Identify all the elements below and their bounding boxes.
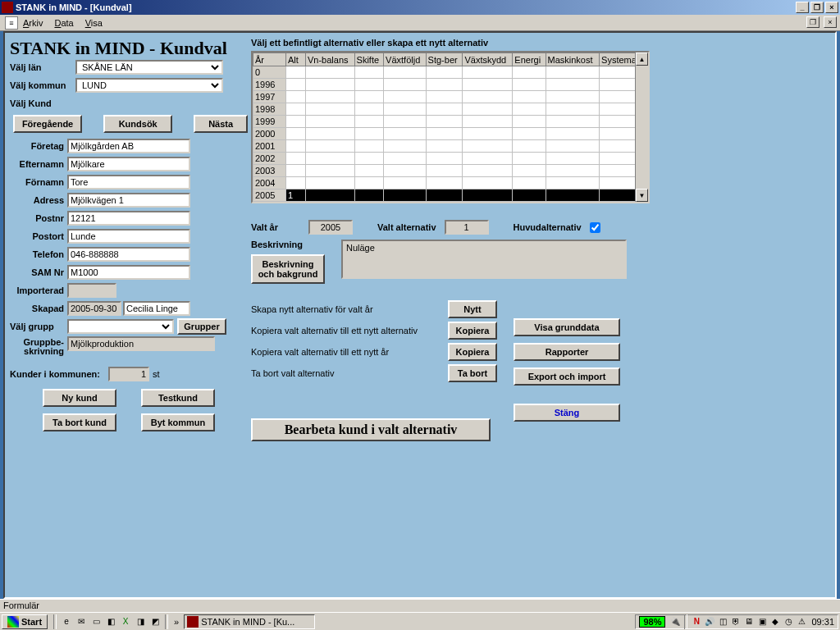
grid-header[interactable]: Skifte [354, 53, 384, 66]
bearbeta-button[interactable]: Bearbeta kund i valt alternativ [251, 418, 491, 441]
skapad-av[interactable] [123, 301, 190, 316]
grid-row[interactable]: 2001 [253, 140, 648, 153]
mdi-restore[interactable]: ❐ [806, 16, 819, 28]
alternativ-grid[interactable]: ÅrAltVn-balansSkifteVäxtföljdStg-berVäxt… [251, 51, 650, 203]
foretag-label: Företag [10, 141, 67, 151]
grid-row[interactable]: 1996 [253, 79, 648, 91]
scroll-up-icon[interactable]: ▲ [636, 52, 648, 66]
importerad-input [67, 283, 116, 298]
kundsok-button[interactable]: Kundsök [103, 115, 172, 133]
scroll-down-icon[interactable]: ▼ [636, 189, 648, 202]
grid-header[interactable]: Alt [286, 53, 306, 66]
stang-button[interactable]: Stäng [514, 404, 620, 422]
skapad-label: Skapad [10, 304, 67, 313]
grid-row[interactable]: 2004 [253, 177, 648, 189]
menu-visa[interactable]: Visa [85, 18, 103, 28]
grid-header[interactable]: Växtskydd [463, 53, 513, 66]
sam-label: SAM Nr [10, 267, 67, 277]
sam-input[interactable] [67, 265, 190, 280]
byt-kommun-button[interactable]: Byt kommun [141, 413, 215, 431]
grid-row[interactable]: 2003 [253, 165, 648, 177]
fornamn-input[interactable] [67, 175, 190, 189]
grid-row[interactable]: 2000 [253, 128, 648, 140]
grupp-select[interactable] [67, 319, 174, 334]
app-icon [2, 2, 13, 13]
battery-indicator[interactable]: 98% [639, 616, 665, 628]
efternamn-label: Efternamn [10, 159, 67, 169]
grid-header[interactable]: Maskinkost [546, 53, 600, 66]
ql-ie-icon[interactable]: e [60, 615, 73, 628]
tray-n-icon[interactable]: N [691, 616, 702, 628]
ql-excel-icon[interactable]: X [119, 615, 132, 628]
mdi-close[interactable]: × [824, 16, 837, 28]
foregaende-button[interactable]: Föregående [13, 115, 82, 133]
nasta-button[interactable]: Nästa [194, 115, 248, 133]
grid-row[interactable]: 2002 [253, 153, 648, 165]
tray-monitor-icon[interactable]: 🖥 [743, 616, 755, 628]
ql-app1-icon[interactable]: ◧ [104, 615, 117, 628]
grid-header[interactable]: Vn-balans [306, 53, 355, 66]
kopiera-alt-button[interactable]: Kopiera [448, 322, 497, 340]
form-icon[interactable]: ≡ [5, 16, 18, 30]
grid-row[interactable]: 1998 [253, 103, 648, 116]
tray-volume-icon[interactable]: 🔊 [704, 616, 715, 628]
ny-kund-button[interactable]: Ny kund [43, 389, 116, 407]
minimize-button[interactable]: _ [796, 2, 809, 13]
grid-header[interactable]: Växtföljd [384, 53, 427, 66]
menu-data[interactable]: Data [54, 18, 73, 28]
menu-arkiv[interactable]: Arkiv [23, 18, 43, 28]
export-import-button[interactable]: Export och import [514, 368, 620, 386]
taskbar-task[interactable]: STANK in MIND - [Ku... [184, 614, 315, 629]
foretag-input[interactable] [67, 139, 190, 153]
taskbar-chevron-icon[interactable]: » [174, 617, 179, 627]
tray-shield-icon[interactable]: ⛨ [730, 616, 742, 628]
task-label: STANK in MIND - [Ku... [201, 617, 294, 627]
lan-select[interactable]: SKÅNE LÄN [75, 60, 223, 75]
grid-row[interactable]: 1997 [253, 91, 648, 103]
telefon-input[interactable] [67, 247, 190, 262]
grid-row[interactable]: 20051 [253, 189, 648, 202]
ql-outlook-icon[interactable]: ✉ [75, 615, 88, 628]
adress-input[interactable] [67, 193, 190, 208]
system-tray: 98% 🔌 N 🔊 ◫ ⛨ 🖥 ▣ ◆ ◷ ⚠ 09:31 [635, 614, 838, 629]
plug-icon[interactable]: 🔌 [669, 616, 681, 628]
statusbar: Formulär [0, 599, 840, 612]
close-button[interactable]: × [825, 2, 838, 13]
tray-clock-icon[interactable]: ◷ [783, 616, 794, 628]
beskrivning-label: Beskrivning [251, 240, 341, 249]
efternamn-input[interactable] [67, 157, 190, 171]
rapporter-button[interactable]: Rapporter [514, 343, 620, 361]
grid-scrollbar[interactable]: ▲ ▼ [635, 52, 648, 202]
grid-row[interactable]: 1999 [253, 116, 648, 128]
kopiera-ar-label: Kopiera valt alternativ till ett nytt år [251, 347, 448, 357]
tray-app-icon[interactable]: ◆ [769, 616, 781, 628]
grid-header[interactable]: År [253, 53, 286, 66]
huvud-label: Huvudalternativ [514, 222, 582, 232]
start-button[interactable]: Start [2, 614, 48, 629]
ql-app3-icon[interactable]: ◩ [148, 615, 162, 628]
grid-header[interactable]: Stg-ber [426, 53, 463, 66]
tray-warn-icon[interactable]: ⚠ [796, 616, 807, 628]
ql-app2-icon[interactable]: ◨ [134, 615, 147, 628]
tray-net-icon[interactable]: ◫ [717, 616, 728, 628]
ta-bort-kund-button[interactable]: Ta bort kund [43, 413, 116, 431]
beskrivning-bakgrund-button[interactable]: Beskrivning och bakgrund [251, 254, 325, 284]
testkund-button[interactable]: Testkund [141, 389, 215, 407]
postort-input[interactable] [67, 229, 190, 244]
restore-button[interactable]: ❐ [810, 2, 824, 13]
tray-display-icon[interactable]: ▣ [756, 616, 768, 628]
tabort-button[interactable]: Ta bort [448, 364, 497, 382]
visa-grunddata-button[interactable]: Visa grunddata [514, 318, 620, 336]
huvud-checkbox[interactable] [590, 222, 600, 233]
grid-row[interactable]: 0 [253, 66, 648, 79]
grid-header[interactable]: Energi [513, 53, 546, 66]
grid-row[interactable]: 2006 [253, 202, 648, 204]
grupper-button[interactable]: Grupper [177, 318, 226, 335]
postnr-label: Postnr [10, 213, 67, 223]
tray-clock[interactable]: 09:31 [811, 617, 834, 627]
kommun-select[interactable]: LUND [75, 78, 223, 93]
ql-desktop-icon[interactable]: ▭ [89, 615, 103, 628]
nytt-button[interactable]: Nytt [448, 300, 497, 318]
kopiera-ar-button[interactable]: Kopiera [448, 343, 497, 361]
postnr-input[interactable] [67, 211, 190, 226]
